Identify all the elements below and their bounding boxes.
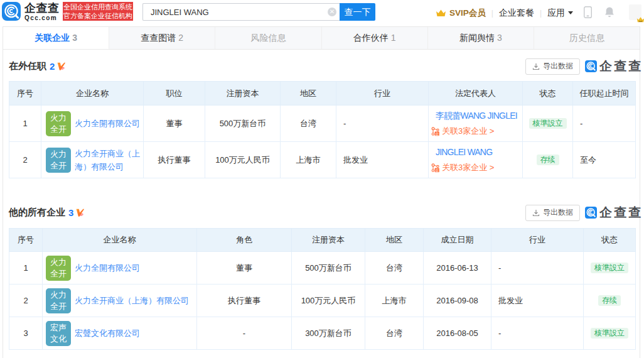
svg-text:IP: IP xyxy=(80,213,84,217)
svg-text:企: 企 xyxy=(435,132,439,136)
svg-text:IP: IP xyxy=(62,67,65,70)
svg-text:企: 企 xyxy=(435,168,439,172)
